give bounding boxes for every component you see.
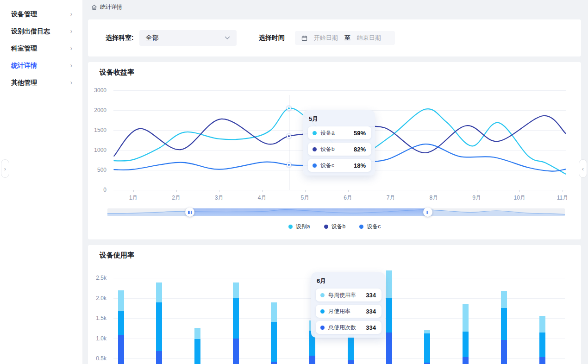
date-range-picker[interactable]: 开始日期 至 结束日期 [295,31,395,45]
bar-chart-card[interactable]: 设备使用率 2.5k2.0k1.5k1.0k0.5k6月每周使用率334月使用率… [88,245,581,364]
datazoom-handle-right[interactable] [423,207,432,217]
stacked-bar-9月[interactable] [424,330,430,364]
series-dot-icon [320,293,325,297]
sidebar-item-3[interactable]: 科室管理› [0,40,82,57]
date-separator: 至 [344,34,350,42]
datazoom-slider[interactable] [107,208,565,216]
tooltip-series-name: 总使用次数 [328,324,359,332]
bar-segment [271,302,277,322]
sidebar-item-1[interactable]: 设备管理› [0,6,82,23]
handle-grip-icon [426,211,427,214]
handle-grip-icon [189,211,190,214]
start-date-placeholder[interactable]: 开始日期 [314,34,338,42]
collapse-right-button[interactable]: ‹ [579,159,587,178]
home-icon[interactable] [91,4,97,10]
stacked-bar-4月[interactable] [233,282,239,364]
stacked-bar-3月[interactable] [194,328,200,364]
sidebar-menu: 设备管理›设别出借日志›科室管理›统计详情›其他管理› [0,6,82,91]
chevron-right-icon: › [70,44,72,52]
stacked-bar-2月[interactable] [156,282,162,364]
y-axis-label: 1.5k [88,315,106,321]
end-date-placeholder[interactable]: 结束日期 [357,34,381,42]
tooltip-series-value: 82% [354,146,366,153]
line-chart-tooltip: 5月设备a59%设备b82%设备c18% [303,110,375,176]
collapse-left-button[interactable]: › [1,159,9,178]
legend-label: 设别a [296,223,310,231]
stacked-bar-5月[interactable] [271,302,277,364]
sidebar-item-4[interactable]: 统计详情› [0,57,82,74]
series-dot-icon [320,326,325,330]
y-axis-label: 0.5k [88,355,106,362]
tooltip-row: 总使用次数334 [316,321,382,334]
series-dot-icon [320,309,325,314]
bar-segment [463,332,469,357]
sidebar-item-5[interactable]: 其他管理› [0,74,82,91]
bar-chart-tooltip: 6月每周使用率334月使用率334总使用次数334 [311,272,385,338]
chevron-right-icon: › [70,27,72,35]
bar-segment [348,360,354,364]
bar-segment [271,362,277,364]
series-dot-icon [313,131,317,135]
tooltip-series-name: 设备c [320,162,347,169]
stacked-bar-8月[interactable] [386,270,392,364]
gridline [113,339,565,339]
sidebar-item-label: 统计详情 [11,62,37,70]
bar-segment [194,339,200,364]
line-chart-card[interactable]: 设备收益率 300020001500100050001月2月3月4月5月6月7月… [88,62,581,239]
bar-segment [386,270,392,299]
pointer-dot [287,134,291,138]
tooltip-row: 每周使用率334 [316,289,382,301]
line-chart-legend: 设别a设备b设备c [88,223,581,231]
bar-segment [271,322,277,362]
tooltip-series-value: 334 [366,324,376,331]
legend-item[interactable]: 设备c [359,223,381,231]
breadcrumb: 统计详情 [82,0,588,14]
bar-segment [463,304,469,332]
bar-segment [501,291,507,308]
legend-dot-icon [324,225,328,229]
sidebar-item-label: 其他管理 [11,79,37,87]
tooltip-row: 设备b82% [308,143,371,156]
tooltip-series-value: 18% [354,162,366,169]
sidebar-item-2[interactable]: 设别出借日志› [0,23,82,40]
dept-select-value: 全部 [146,34,159,42]
pointer-dot [287,163,291,167]
time-filter-label: 选择时间 [259,34,285,42]
main-content: 统计详情 选择科室: 全部 选择时间 开始日期 至 结束日期 [82,0,588,364]
app-root: 设备管理›设别出借日志›科室管理›统计详情›其他管理› 统计详情 选择科室: 全… [0,0,588,364]
bar-segment [156,351,162,364]
stacked-bar-11月[interactable] [501,291,507,364]
tooltip-row: 设备c18% [308,159,371,172]
stacked-bar-1月[interactable] [118,290,124,364]
breadcrumb-label: 统计详情 [100,3,122,11]
tooltip-series-value: 59% [354,130,366,137]
legend-dot-icon [359,225,363,229]
handle-grip-icon [429,211,430,214]
bar-chart-tooltip-title: 6月 [317,277,382,285]
bar-segment [386,298,392,332]
gridline [113,358,565,359]
tooltip-row: 月使用率334 [316,305,382,318]
handle-grip-icon [427,211,428,214]
stacked-bar-12月[interactable] [539,316,545,364]
bar-segment [309,356,315,364]
bar-segment [424,330,430,334]
legend-item[interactable]: 设备b [324,223,346,231]
bar-segment [118,335,124,364]
handle-grip-icon [191,211,192,214]
bar-segment [233,339,239,364]
bar-segment [118,311,124,335]
legend-item[interactable]: 设别a [288,223,310,231]
legend-dot-icon [288,225,293,229]
stacked-bar-10月[interactable] [463,304,469,364]
series-dot-icon [313,163,317,168]
filter-bar: 选择科室: 全部 选择时间 开始日期 至 结束日期 [88,19,581,56]
dept-select[interactable]: 全部 [139,30,237,46]
bar-segment [156,282,162,303]
bar-segment [501,308,507,340]
datazoom-handle-left[interactable] [185,207,194,217]
tooltip-series-name: 设备b [320,145,347,153]
tooltip-series-name: 设备a [320,129,347,137]
legend-label: 设备c [367,223,381,231]
datazoom-selected-range[interactable] [190,208,428,216]
